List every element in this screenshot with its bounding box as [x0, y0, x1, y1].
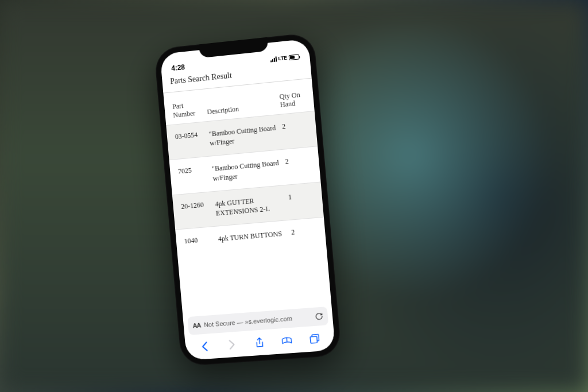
phone-device: 4:28 LTE Parts Search Result Part Number… — [154, 32, 342, 366]
status-time: 4:28 — [171, 63, 185, 72]
phone-screen: 4:28 LTE Parts Search Result Part Number… — [160, 38, 335, 360]
col-part-number: Part Number — [172, 99, 208, 120]
reload-icon[interactable] — [315, 312, 323, 321]
cell-part-number: 03-0554 — [175, 130, 209, 141]
url-separator: — — [237, 319, 245, 326]
cell-qty: 2 — [285, 156, 311, 166]
cell-description: 4pk GUTTER EXTENSIONS 2-L — [215, 193, 289, 218]
col-description: Description — [207, 101, 281, 117]
bookmarks-button[interactable] — [278, 336, 296, 346]
cell-qty: 2 — [282, 120, 308, 131]
svg-rect-0 — [310, 336, 318, 343]
cell-part-number: 1040 — [184, 235, 218, 246]
back-button[interactable] — [196, 341, 214, 352]
url-text: »s.everlogic.com — [245, 315, 292, 325]
signal-icon — [270, 56, 277, 62]
col-qty: Qty On Hand — [279, 91, 306, 110]
tabs-button[interactable] — [305, 333, 324, 344]
network-label: LTE — [278, 55, 287, 62]
battery-icon — [289, 54, 300, 60]
forward-button[interactable] — [223, 339, 241, 350]
cell-description: 4pk TURN BUTTONS — [218, 228, 292, 244]
cell-description: "Bamboo Cutting Board w/Finger — [212, 158, 287, 183]
cell-part-number: 20-1260 — [181, 200, 215, 211]
results-table[interactable]: Part Number Description Qty On Hand 03-0… — [163, 79, 331, 317]
cell-qty: 2 — [291, 226, 318, 237]
cell-description: "Bamboo Cutting Board w/Finger — [208, 123, 283, 148]
text-size-button[interactable]: AA — [192, 322, 201, 329]
cell-qty: 1 — [288, 191, 314, 202]
cell-part-number: 7025 — [178, 165, 212, 176]
security-label: Not Secure — [204, 319, 235, 328]
share-button[interactable] — [250, 336, 269, 349]
